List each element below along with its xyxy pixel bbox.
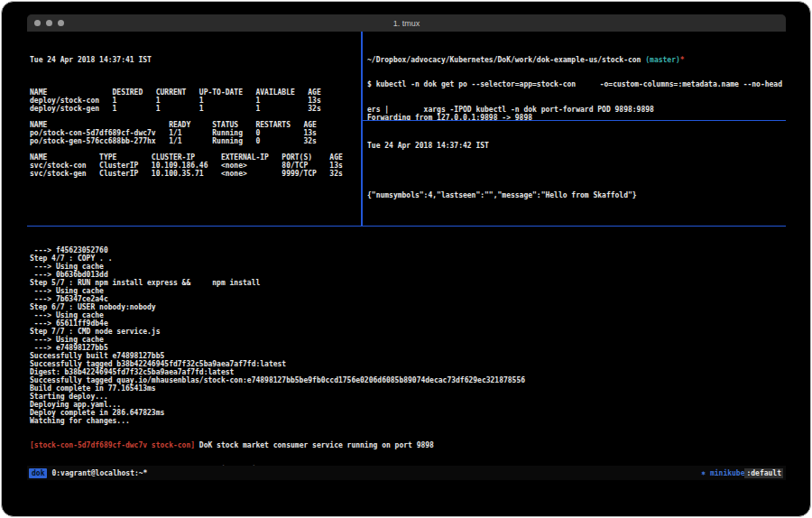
pane-port-forward[interactable]: ~/Dropbox/advocacy/Kubernetes/DoK/work/d… xyxy=(363,32,784,120)
git-dirty-flag: * xyxy=(680,56,685,64)
pane-curl-output[interactable]: Tue 24 Apr 2018 14:37:42 IST {"numsymbol… xyxy=(363,121,784,226)
prompt-path: ~/Dropbox/advocacy/Kubernetes/DoK/work/d… xyxy=(367,56,641,64)
command-left: $ kubectl -n dok get po --selector=app=s… xyxy=(367,80,576,89)
pane-border-horizontal-full[interactable] xyxy=(27,226,786,227)
pod-log-prefix: [stock-con-5d7df689cf-dwc7v stock-con] xyxy=(30,441,195,449)
docker-build-output: ---> f45623052760 Step 4/7 : COPY . . --… xyxy=(30,246,786,425)
terminal-window[interactable]: 1. tmux Tue 24 Apr 2018 14:37:41 IST NAM… xyxy=(27,14,786,481)
timestamp: Tue 24 Apr 2018 14:37:41 IST xyxy=(30,56,361,64)
shell-prompt: ~/Dropbox/advocacy/Kubernetes/DoK/work/d… xyxy=(367,56,784,64)
session-name[interactable]: dok xyxy=(29,468,47,478)
window-name[interactable]: 0:vagrant@localhost:~* xyxy=(51,469,147,477)
blank-line xyxy=(367,166,784,175)
port-forward-output: ers | xargs -IPOD kubectl -n dok port-fo… xyxy=(367,106,784,121)
pane-border-horizontal-right[interactable] xyxy=(362,120,786,121)
pane-skaffold-log[interactable]: ---> f45623052760 Step 4/7 : COPY . . --… xyxy=(27,227,786,466)
titlebar[interactable]: 1. tmux xyxy=(27,14,786,32)
json-response: {"numsymbols":4,"lastseen":"","message":… xyxy=(367,191,784,199)
screen: 1. tmux Tue 24 Apr 2018 14:37:41 IST NAM… xyxy=(1,1,811,517)
kubectl-port-forward-command: $ kubectl -n dok get po --selector=app=s… xyxy=(367,80,782,89)
command-right: -o=custom-columns=:metadata.name --no-he… xyxy=(600,80,782,89)
tmux-status-bar: dok 0:vagrant@localhost:~* ⎈ minikube :d… xyxy=(27,466,786,480)
timestamp: Tue 24 Apr 2018 14:37:42 IST xyxy=(367,142,784,150)
pane-kubectl-watch[interactable]: Tue 24 Apr 2018 14:37:41 IST NAME DESIRE… xyxy=(27,32,361,226)
pod-log-message: DoK stock market consumer service runnin… xyxy=(195,441,434,449)
kube-namespace: :default xyxy=(744,468,783,478)
kube-context: minikube xyxy=(706,469,744,477)
kubectl-resources-output: NAME DESIRED CURRENT UP-TO-DATE AVAILABL… xyxy=(30,80,361,178)
window-title: 1. tmux xyxy=(27,19,786,28)
pane-border-vertical[interactable] xyxy=(361,32,363,226)
kube-status: ⎈ minikube :default xyxy=(701,468,783,478)
git-branch: (master) xyxy=(641,56,679,64)
pod-log-line: [stock-con-5d7df689cf-dwc7v stock-con] D… xyxy=(30,441,786,449)
